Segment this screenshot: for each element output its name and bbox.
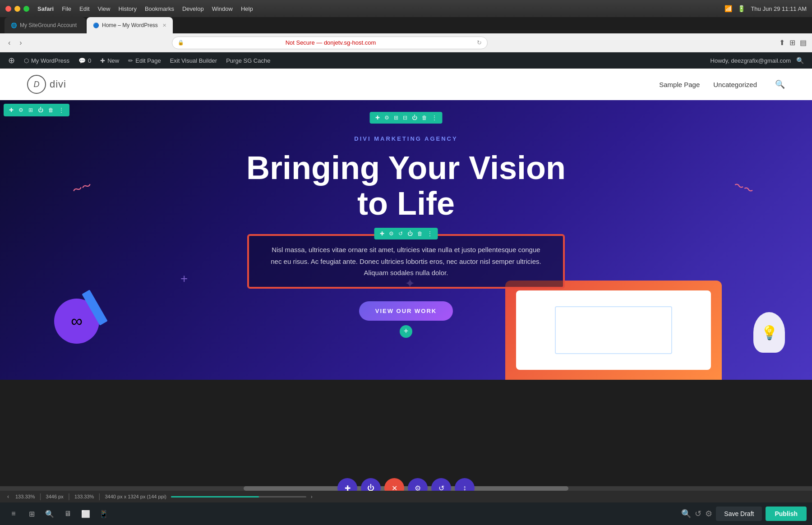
site-search-icon[interactable]: 🔍 [775, 79, 785, 89]
zoom-arrow-right[interactable]: › [311, 494, 313, 499]
dbb-desktop-icon[interactable]: 🖥 [60, 506, 76, 522]
row-settings-icon[interactable]: ⚙ [383, 114, 391, 122]
maximize-button[interactable] [23, 6, 29, 12]
add-row-button[interactable]: + [400, 325, 412, 338]
hero-cta-button[interactable]: VIEW OUR WORK [359, 301, 453, 321]
section-more-icon[interactable]: ⋮ [57, 106, 66, 114]
zoom-separator: | [39, 493, 41, 501]
module-copy-icon[interactable]: ↺ [397, 230, 405, 238]
logo-letter: D [34, 80, 40, 89]
wp-site-name[interactable]: ⬡ My WordPress [20, 52, 73, 69]
row-layout-icon[interactable]: ⊞ [392, 114, 400, 122]
section-add-icon[interactable]: ✚ [7, 106, 15, 114]
mac-menu-file[interactable]: File [62, 5, 71, 12]
mac-menu-history[interactable]: History [118, 5, 136, 12]
edit-icon: ✏ [128, 57, 133, 64]
wp-new[interactable]: ✚ New [97, 52, 123, 69]
module-add-icon[interactable]: ✚ [378, 230, 386, 238]
site-header: D divi Sample Page Uncategorized 🔍 [0, 69, 812, 100]
wp-search-icon[interactable]: 🔍 [793, 53, 807, 68]
deco-squiggle-2: 〜〜 [732, 178, 755, 198]
site-nav: Sample Page Uncategorized 🔍 [659, 79, 785, 89]
nav-sample-page[interactable]: Sample Page [659, 81, 700, 88]
dbb-history-icon[interactable]: ↺ [695, 509, 701, 519]
mac-menu-safari[interactable]: Safari [37, 5, 54, 12]
mac-menu-help[interactable]: Help [241, 5, 253, 12]
hero-subtitle: DIVI MARKETING AGENCY [140, 135, 672, 142]
publish-button[interactable]: Publish [766, 507, 807, 521]
hero-inner: DIVI MARKETING AGENCY Bringing Your Visi… [113, 135, 699, 321]
dbb-mobile-icon[interactable]: 📱 [96, 506, 112, 522]
minimize-button[interactable] [14, 6, 20, 12]
browser-right: ⬆ ⊞ ▤ [779, 38, 807, 47]
tab-title-2: Home – My WordPress [102, 22, 158, 28]
mac-menu-edit[interactable]: Edit [79, 5, 89, 12]
browser-chrome: ‹ › 🔒 Not Secure — donjetv.sg-host.com ↻… [0, 33, 812, 52]
tab-wordpress[interactable]: 🔵 Home – My WordPress ✕ [87, 17, 173, 33]
comment-icon: 💬 [78, 57, 86, 64]
row-add-icon[interactable]: ✚ [374, 114, 382, 122]
row-toggle-icon[interactable]: ⏻ [410, 114, 419, 122]
zoom-out-button[interactable]: ‹ [5, 493, 11, 500]
nav-uncategorized[interactable]: Uncategorized [713, 81, 757, 88]
module-delete-icon[interactable]: 🗑 [415, 230, 424, 238]
forward-button[interactable]: › [17, 37, 24, 49]
row-more-icon[interactable]: ⋮ [430, 114, 439, 122]
module-toggle-icon[interactable]: ⏻ [406, 230, 415, 238]
row-toolbar: ✚ ⚙ ⊞ ⊟ ⏻ 🗑 ⋮ [370, 112, 443, 124]
wp-purge-cache[interactable]: Purge SG Cache [222, 52, 274, 69]
traffic-lights [5, 6, 29, 12]
zoom-level-text: 133.33% [15, 494, 35, 499]
hero-text-content: Nisl massa, ultrices vitae ornare sit am… [267, 244, 545, 279]
wp-edit-page[interactable]: ✏ Edit Page [125, 52, 164, 69]
wp-site-label: My WordPress [31, 57, 69, 64]
hero-title: Bringing Your Vision to Life [140, 150, 672, 221]
section-settings-icon[interactable]: ⚙ [17, 106, 25, 114]
edit-page-label: Edit Page [135, 57, 161, 64]
new-tab-icon[interactable]: ⊞ [789, 38, 795, 47]
row-col-icon[interactable]: ⊟ [401, 114, 409, 122]
size-px-text: 3446 px [46, 494, 64, 499]
zoom-slider-track[interactable] [171, 496, 306, 497]
new-icon: ✚ [100, 57, 105, 64]
back-button[interactable]: ‹ [5, 37, 13, 49]
tab-siteground[interactable]: 🌐 My SiteGround Account [5, 17, 86, 33]
save-draft-button[interactable]: Save Draft [716, 507, 762, 521]
wp-comments[interactable]: 💬 0 [75, 52, 95, 69]
secure-indicator: 🔒 [178, 40, 184, 46]
zoom-separator-2: | [68, 493, 70, 501]
dbb-settings-icon[interactable]: ⚙ [705, 509, 712, 519]
reload-icon[interactable]: ↻ [477, 39, 482, 46]
close-button[interactable] [5, 6, 11, 12]
section-layout-icon[interactable]: ⊞ [27, 106, 35, 114]
address-bar[interactable]: 🔒 Not Secure — donjetv.sg-host.com ↻ [172, 37, 488, 49]
zoom-slider-fill [171, 496, 259, 497]
mac-menu-bookmarks[interactable]: Bookmarks [145, 5, 174, 12]
wp-exit-builder[interactable]: Exit Visual Builder [166, 52, 221, 69]
dbb-search-right-icon[interactable]: 🔍 [681, 509, 691, 519]
row-delete-icon[interactable]: 🗑 [420, 114, 429, 122]
dbb-grid-icon[interactable]: ⊞ [23, 506, 40, 522]
logo-text: divi [50, 78, 66, 90]
section-toggle-icon[interactable]: ⏻ [36, 106, 45, 114]
hero-text-module[interactable]: ✚ ⚙ ↺ ⏻ 🗑 ⋮ Nisl massa, ultrices vitae o… [248, 235, 564, 288]
tab-close-2[interactable]: ✕ [162, 23, 166, 28]
module-more-icon[interactable]: ⋮ [425, 230, 434, 238]
dbb-tablet-icon[interactable]: ⬜ [78, 506, 94, 522]
divi-bottom-bar: ≡ ⊞ 🔍 🖥 ⬜ 📱 🔍 ↺ ⚙ Save Draft Publish [0, 502, 812, 525]
share-icon[interactable]: ⬆ [779, 38, 785, 47]
mac-menu: Safari File Edit View History Bookmarks … [37, 5, 253, 12]
tab-title-1: My SiteGround Account [20, 22, 79, 28]
mac-menu-view[interactable]: View [98, 5, 111, 12]
wp-logo-item[interactable]: ⊕ [5, 52, 18, 69]
tab-favicon-2: 🔵 [93, 23, 99, 28]
mac-menu-window[interactable]: Window [212, 5, 233, 12]
logo-circle: D [27, 75, 46, 94]
sidebar-icon[interactable]: ▤ [800, 38, 807, 47]
module-settings-icon[interactable]: ⚙ [387, 230, 396, 238]
dimensions-text: 3440 px x 1324 px (144 ppi) [105, 494, 166, 499]
mac-menu-develop[interactable]: Develop [182, 5, 204, 12]
dbb-menu-icon[interactable]: ≡ [5, 506, 22, 522]
dbb-search-icon[interactable]: 🔍 [42, 506, 58, 522]
section-delete-icon[interactable]: 🗑 [46, 106, 55, 114]
